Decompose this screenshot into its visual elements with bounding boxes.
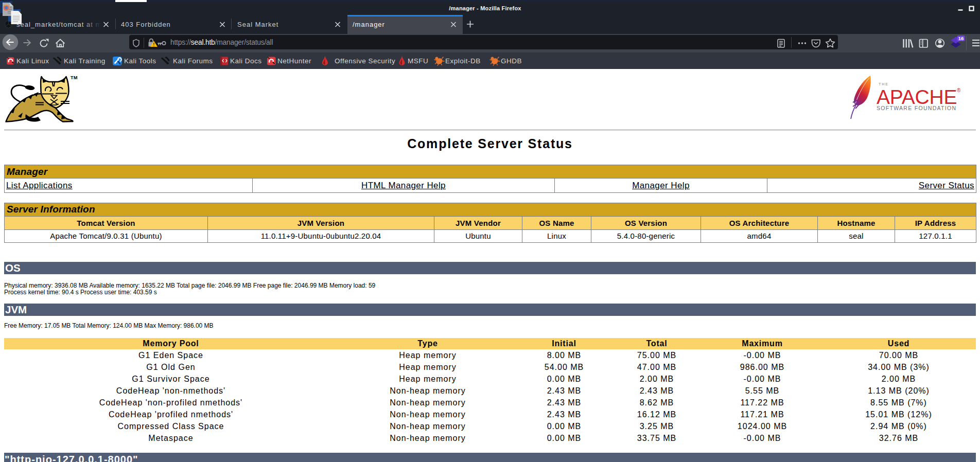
svg-text:SOFTWARE FOUNDATION: SOFTWARE FOUNDATION [877, 105, 956, 111]
svg-text:®: ® [957, 87, 961, 93]
svg-text:THE: THE [879, 82, 889, 86]
svg-text:16: 16 [958, 35, 964, 41]
